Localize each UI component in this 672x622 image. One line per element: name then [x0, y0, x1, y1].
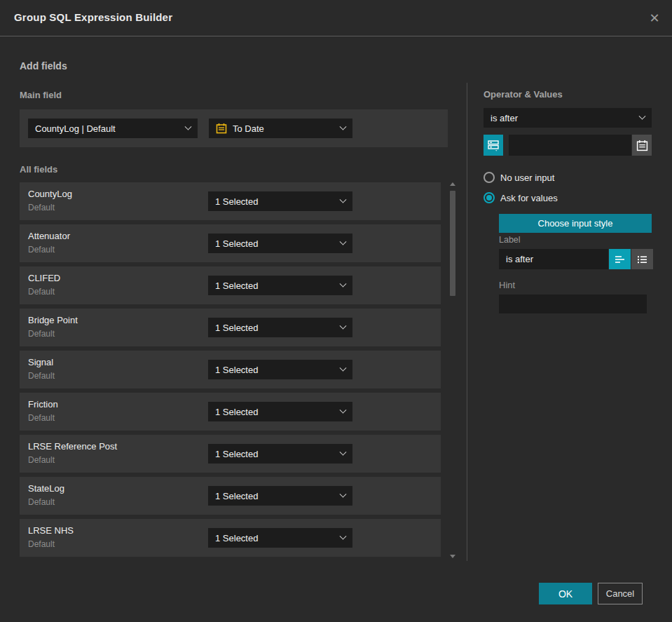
radio-unselected-icon — [484, 172, 495, 183]
field-source: Default — [28, 413, 55, 423]
main-field-select[interactable]: CountyLog | Default — [28, 119, 198, 138]
list-scrollbar[interactable] — [449, 180, 456, 560]
main-field-label: Main field — [20, 90, 62, 100]
field-selection-dropdown[interactable]: 1 Selected — [208, 276, 352, 295]
chevron-down-icon — [639, 112, 646, 119]
all-fields-label: All fields — [20, 164, 57, 175]
field-row: CountyLog Default 1 Selected — [20, 182, 441, 220]
field-row: Bridge Point Default 1 Selected — [20, 309, 441, 346]
all-fields-list: CountyLog Default 1 Selected Attenuator … — [20, 182, 441, 561]
field-source: Default — [28, 203, 55, 212]
field-selection-dropdown[interactable]: 1 Selected — [208, 360, 352, 379]
input-style-list-toggle[interactable] — [631, 249, 653, 269]
field-source: Default — [28, 287, 55, 297]
field-source: Default — [28, 245, 55, 255]
field-name: CountyLog — [28, 189, 72, 199]
main-field-panel: CountyLog | Default To Date — [20, 109, 448, 147]
radio-ask-for-values-label: Ask for values — [500, 193, 558, 203]
field-selection-dropdown[interactable]: 1 Selected — [208, 528, 352, 548]
field-selection-value: 1 Selected — [215, 533, 335, 543]
field-row: LRSE Reference Post Default 1 Selected — [20, 435, 441, 473]
field-source: Default — [28, 455, 55, 465]
field-row: Attenuator Default 1 Selected — [20, 224, 441, 262]
field-row: StateLog Default 1 Selected — [20, 477, 441, 515]
field-source: Default — [28, 329, 55, 339]
panel-divider — [467, 83, 467, 561]
align-left-icon — [615, 255, 626, 264]
field-name: Friction — [28, 399, 58, 410]
choose-input-style-button[interactable]: Choose input style — [499, 214, 652, 233]
attribute-select[interactable]: To Date — [209, 119, 352, 138]
field-selection-value: 1 Selected — [215, 196, 335, 207]
field-source: Default — [28, 539, 55, 549]
field-row: LRSE NHS Default 1 Selected — [20, 519, 441, 557]
field-name: LRSE NHS — [28, 525, 74, 536]
label-caption: Label — [499, 235, 521, 245]
field-selection-value: 1 Selected — [215, 365, 335, 375]
date-value-input[interactable] — [509, 135, 631, 156]
attribute-select-value: To Date — [233, 123, 335, 134]
field-name: CLIFED — [28, 273, 60, 283]
scroll-up-icon[interactable] — [450, 182, 455, 186]
field-selection-dropdown[interactable]: 1 Selected — [208, 402, 352, 421]
chevron-down-icon — [340, 238, 347, 245]
scroll-down-icon[interactable] — [450, 555, 455, 558]
cancel-button[interactable]: Cancel — [598, 583, 643, 604]
field-name: Signal — [28, 357, 53, 367]
field-selection-dropdown[interactable]: 1 Selected — [208, 486, 352, 506]
chevron-down-icon — [340, 322, 347, 329]
field-name: StateLog — [28, 483, 64, 494]
field-name: Attenuator — [28, 231, 70, 241]
field-selection-dropdown[interactable]: 1 Selected — [208, 234, 352, 253]
field-selection-dropdown[interactable]: 1 Selected — [208, 318, 352, 337]
chevron-down-icon — [340, 532, 347, 539]
add-fields-heading: Add fields — [20, 60, 67, 72]
field-row: CLIFED Default 1 Selected — [20, 266, 441, 304]
chevron-down-icon — [340, 364, 347, 371]
main-field-select-value: CountyLog | Default — [35, 123, 180, 134]
field-source: Default — [28, 371, 55, 381]
hint-input[interactable] — [499, 295, 647, 313]
hint-caption: Hint — [499, 280, 515, 290]
chevron-down-icon — [185, 123, 192, 130]
radio-ask-for-values[interactable]: Ask for values — [484, 192, 558, 203]
operator-values-label: Operator & Values — [484, 89, 563, 100]
value-source-button[interactable] — [484, 135, 503, 156]
field-row: Friction Default 1 Selected — [20, 393, 441, 431]
bullet-list-icon — [637, 255, 648, 264]
dialog-header: Group SQL Expression Builder ✕ — [0, 0, 672, 36]
close-icon[interactable]: ✕ — [647, 11, 662, 26]
field-selection-value: 1 Selected — [215, 238, 335, 249]
field-selection-dropdown[interactable]: 1 Selected — [208, 444, 352, 464]
field-source: Default — [28, 497, 55, 507]
input-style-single-toggle[interactable] — [609, 249, 631, 269]
chevron-down-icon — [340, 123, 347, 130]
field-selection-value: 1 Selected — [215, 280, 335, 291]
chevron-down-icon — [340, 280, 347, 287]
radio-no-user-input-label: No user input — [500, 173, 554, 183]
field-name: Bridge Point — [28, 315, 78, 325]
field-selection-dropdown[interactable]: 1 Selected — [208, 191, 352, 211]
list-values-icon — [487, 139, 500, 151]
radio-selected-icon — [484, 192, 495, 203]
chevron-down-icon — [340, 406, 347, 413]
field-selection-value: 1 Selected — [215, 491, 335, 501]
chevron-down-icon — [340, 490, 347, 497]
field-name: LRSE Reference Post — [28, 441, 117, 452]
calendar-icon — [216, 123, 227, 134]
dialog-title: Group SQL Expression Builder — [14, 11, 172, 23]
label-input[interactable] — [499, 249, 608, 269]
chevron-down-icon — [340, 448, 347, 455]
operator-select-value: is after — [491, 113, 634, 123]
operator-select[interactable]: is after — [484, 108, 652, 128]
calendar-icon — [636, 140, 648, 151]
chevron-down-icon — [340, 196, 347, 203]
field-selection-value: 1 Selected — [215, 407, 335, 417]
field-selection-value: 1 Selected — [215, 449, 335, 459]
radio-no-user-input[interactable]: No user input — [484, 172, 554, 183]
date-picker-button[interactable] — [632, 135, 652, 156]
field-row: Signal Default 1 Selected — [20, 351, 441, 388]
scrollbar-thumb[interactable] — [450, 191, 455, 296]
field-selection-value: 1 Selected — [215, 323, 335, 333]
ok-button[interactable]: OK — [539, 583, 592, 604]
